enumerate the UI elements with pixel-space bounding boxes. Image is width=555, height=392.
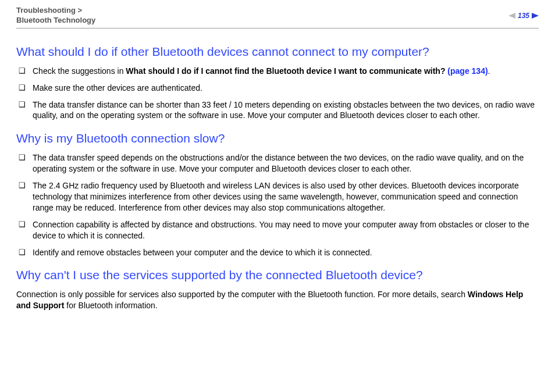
page-number: 135 [517,12,531,20]
list-item: ❑ The data transfer distance can be shor… [19,99,539,122]
bullet-text: Check the suggestions in What should I d… [33,66,539,77]
bullet-text: Identify and remove obstacles between yo… [33,247,539,258]
page-number-nav: 135 [508,12,539,20]
bullet-text: The data transfer distance can be shorte… [33,99,539,122]
breadcrumb-line2: Bluetooth Technology [16,16,95,26]
bullet-text: The data transfer speed depends on the o… [33,152,539,174]
list-item: ❑ The data transfer speed depends on the… [19,152,539,174]
bullet-text: Make sure the other devices are authenti… [33,83,539,94]
page-header: Troubleshooting > Bluetooth Technology 1… [16,6,539,28]
prev-page-icon[interactable] [508,13,515,19]
list-item: ❑ The 2.4 GHz radio frequency used by Bl… [19,180,539,213]
breadcrumb-line1: Troubleshooting > [16,6,95,16]
bullet-icon: ❑ [19,99,33,110]
bullet-text: The 2.4 GHz radio frequency used by Blue… [33,180,539,213]
page-link-134[interactable]: (page 134) [447,66,488,76]
bullet-icon: ❑ [19,247,33,258]
bullet-icon: ❑ [19,83,33,93]
list-item: ❑ Make sure the other devices are authen… [19,83,539,94]
next-page-icon[interactable] [532,13,539,19]
list-cannot-connect: ❑ Check the suggestions in What should I… [16,66,539,122]
bullet-icon: ❑ [19,66,33,76]
heading-connection-slow: Why is my Bluetooth connection slow? [16,131,539,145]
heading-cannot-connect: What should I do if other Bluetooth devi… [16,45,539,59]
list-connection-slow: ❑ The data transfer speed depends on the… [16,152,539,258]
list-item: ❑ Check the suggestions in What should I… [19,66,539,77]
list-item: ❑ Identify and remove obstacles between … [19,247,539,258]
list-item: ❑ Connection capability is affected by d… [19,219,539,241]
paragraph-services: Connection is only possible for services… [16,289,539,311]
bullet-icon: ❑ [19,219,33,230]
bullet-text: Connection capability is affected by dis… [33,219,539,241]
breadcrumb: Troubleshooting > Bluetooth Technology [16,6,95,26]
bullet-icon: ❑ [19,180,33,191]
bullet-icon: ❑ [19,152,33,163]
heading-services-supported: Why can't I use the services supported b… [16,268,539,282]
